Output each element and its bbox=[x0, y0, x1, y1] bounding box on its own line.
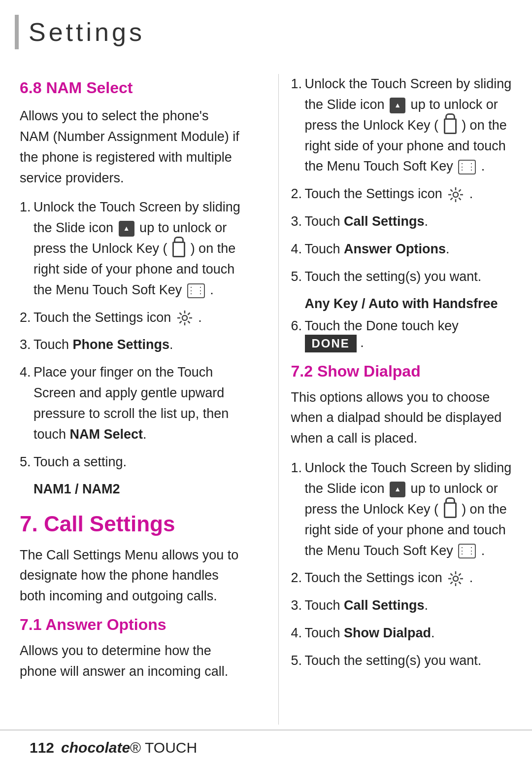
svg-line-7 bbox=[188, 313, 190, 315]
bold-text: Answer Options bbox=[344, 242, 446, 256]
step-number: 1. bbox=[291, 458, 305, 479]
step-content: Touch Phone Settings. bbox=[33, 335, 241, 355]
right-column: 1. Unlock the Touch Screen by sliding th… bbox=[278, 74, 513, 725]
bold-text: Call Settings bbox=[344, 598, 425, 613]
option-note-nam: NAM1 / NAM2 bbox=[33, 482, 241, 497]
svg-line-23 bbox=[451, 574, 453, 576]
settings-icon bbox=[447, 186, 464, 203]
svg-point-9 bbox=[453, 192, 458, 197]
step-number: 2. bbox=[291, 184, 305, 205]
svg-line-15 bbox=[459, 198, 461, 200]
list-item: 2. Touch the Settings icon bbox=[291, 184, 513, 205]
section-7-1-body: Allows you to determine how the phone wi… bbox=[20, 641, 241, 682]
list-item: 1. Unlock the Touch Screen by sliding th… bbox=[291, 74, 513, 177]
list-item: 1. Unlock the Touch Screen by sliding th… bbox=[20, 197, 241, 300]
svg-line-5 bbox=[179, 313, 181, 315]
svg-line-16 bbox=[459, 190, 461, 192]
step-content: Touch the Settings icon bbox=[33, 308, 241, 328]
slide-icon bbox=[390, 98, 405, 113]
list-item: 6. Touch the Done touch key DONE . bbox=[291, 318, 513, 353]
section-7-1-heading: 7.1 Answer Options bbox=[20, 616, 241, 634]
step-number: 5. bbox=[291, 651, 305, 671]
step-number: 6. bbox=[291, 318, 305, 334]
step-content: Touch the setting(s) you want. bbox=[305, 267, 513, 287]
section-7-2-heading: 7.2 Show Dialpad bbox=[291, 362, 513, 381]
page-title: Settings bbox=[29, 17, 145, 47]
svg-line-17 bbox=[451, 198, 453, 200]
list-item: 4. Place your finger on the Touch Screen… bbox=[20, 362, 241, 445]
step-content: Touch a setting. bbox=[33, 452, 241, 473]
section-7-1-steps: 1. Unlock the Touch Screen by sliding th… bbox=[291, 74, 513, 287]
slide-icon bbox=[390, 482, 405, 497]
footer-page-number: 112 bbox=[30, 739, 54, 756]
list-item: 5. Touch the setting(s) you want. bbox=[291, 267, 513, 287]
section-7-2-body: This options allows you to choose when a… bbox=[291, 387, 513, 450]
section-6-8-body: Allows you to select the phone's NAM (Nu… bbox=[20, 106, 241, 188]
option-note-anykey: Any Key / Auto with Handsfree bbox=[305, 296, 513, 312]
svg-point-0 bbox=[182, 315, 187, 320]
svg-line-8 bbox=[179, 321, 181, 323]
step-content: Touch the Done touch key DONE . bbox=[305, 318, 513, 353]
step-number: 5. bbox=[20, 452, 33, 473]
title-bar: Settings bbox=[0, 0, 532, 59]
step-content: Touch the setting(s) you want. bbox=[305, 651, 513, 671]
step-content: Unlock the Touch Screen by sliding the S… bbox=[33, 197, 241, 300]
settings-icon bbox=[447, 570, 464, 587]
settings-icon bbox=[176, 310, 193, 326]
done-button: DONE bbox=[305, 335, 357, 352]
list-item: 3. Touch Phone Settings. bbox=[20, 335, 241, 355]
svg-line-6 bbox=[188, 321, 190, 323]
menu-icon bbox=[458, 544, 476, 558]
list-item: 2. Touch the Settings icon bbox=[20, 308, 241, 328]
footer-brand: chocolate® TOUCH bbox=[61, 739, 197, 756]
step-content: Touch Show Dialpad. bbox=[305, 623, 513, 644]
step-content: Touch Answer Options. bbox=[305, 239, 513, 260]
step-content: Touch Call Settings. bbox=[305, 595, 513, 616]
step-number: 1. bbox=[20, 197, 33, 218]
brand-name: chocolate bbox=[61, 739, 130, 756]
step-number: 3. bbox=[291, 211, 305, 232]
step-number: 3. bbox=[20, 335, 33, 355]
svg-line-25 bbox=[459, 574, 461, 576]
bold-text: Show Dialpad bbox=[344, 626, 431, 640]
section-7-heading: 7. Call Settings bbox=[20, 512, 241, 536]
left-column: 6.8 NAM Select Allows you to select the … bbox=[20, 74, 254, 725]
step-6-container: 6. Touch the Done touch key DONE . bbox=[291, 318, 513, 353]
step-number: 4. bbox=[291, 623, 305, 644]
step-number: 4. bbox=[291, 239, 305, 260]
step-number: 3. bbox=[291, 595, 305, 616]
section-7-body: The Call Settings Menu allows you to des… bbox=[20, 545, 241, 607]
step-content: Touch the Settings icon bbox=[305, 184, 513, 205]
list-item: 3. Touch Call Settings. bbox=[291, 595, 513, 616]
step-number: 2. bbox=[291, 568, 305, 589]
section-6-8-heading: 6.8 NAM Select bbox=[20, 79, 241, 97]
title-accent bbox=[15, 15, 19, 49]
step-number: 2. bbox=[20, 308, 33, 328]
list-item: 1. Unlock the Touch Screen by sliding th… bbox=[291, 458, 513, 561]
svg-line-24 bbox=[459, 582, 461, 584]
step-number: 1. bbox=[291, 74, 305, 95]
slide-icon bbox=[119, 221, 134, 237]
brand-registered: ® bbox=[130, 739, 141, 756]
bold-text: NAM Select bbox=[70, 427, 143, 442]
step-content: Touch the Settings icon bbox=[305, 568, 513, 589]
section-6-8-steps: 1. Unlock the Touch Screen by sliding th… bbox=[20, 197, 241, 472]
step-number: 5. bbox=[291, 267, 305, 287]
unlock-icon bbox=[444, 502, 457, 518]
step-content: Touch Call Settings. bbox=[305, 211, 513, 232]
svg-point-18 bbox=[453, 576, 458, 581]
bold-text: Phone Settings bbox=[73, 337, 170, 352]
brand-suffix: TOUCH bbox=[145, 739, 197, 756]
page-container: Settings 6.8 NAM Select Allows you to se… bbox=[0, 0, 532, 765]
section-7-2-steps: 1. Unlock the Touch Screen by sliding th… bbox=[291, 458, 513, 671]
svg-line-26 bbox=[451, 582, 453, 584]
step-content: Place your finger on the Touch Screen an… bbox=[33, 362, 241, 445]
menu-icon bbox=[458, 160, 476, 174]
list-item: 4. Touch Answer Options. bbox=[291, 239, 513, 260]
list-item: 5. Touch the setting(s) you want. bbox=[291, 651, 513, 671]
page-footer: 112 chocolate® TOUCH bbox=[0, 730, 532, 765]
step-content: Unlock the Touch Screen by sliding the S… bbox=[305, 458, 513, 561]
list-item: 4. Touch Show Dialpad. bbox=[291, 623, 513, 644]
unlock-icon bbox=[172, 242, 185, 257]
unlock-icon bbox=[444, 118, 457, 134]
